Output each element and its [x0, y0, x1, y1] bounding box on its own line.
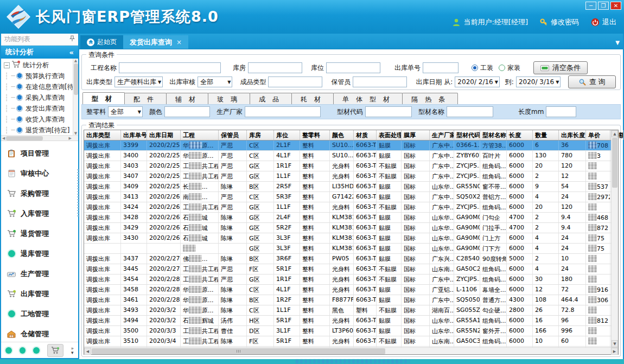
- column-header-型材名称[interactable]: 型材名称: [480, 130, 507, 140]
- keeper-input[interactable]: [353, 76, 407, 87]
- column-header-材质[interactable]: 材质: [354, 130, 377, 140]
- table-row[interactable]: 调拨出库34132020/2/26南...严思C区5R3F整料G71422606…: [84, 192, 611, 202]
- table-row[interactable]: 调拨出库34282020/2/26石城陈琳G区2L4F整料KLM38176063…: [84, 213, 611, 223]
- column-header-工程[interactable]: 工程: [181, 130, 219, 140]
- column-header-数量[interactable]: 数量: [533, 130, 559, 140]
- length-input[interactable]: [546, 106, 576, 117]
- material-tab-配件[interactable]: 配件: [124, 93, 167, 104]
- table-row[interactable]: 调拨出库35002020/3/3工共工程曹佳D区3L1F整料LT3P606063…: [84, 326, 611, 336]
- dock-cart-button[interactable]: [47, 344, 63, 357]
- column-header-表面处理[interactable]: 表面处理: [377, 130, 402, 140]
- project-name-input[interactable]: [119, 62, 221, 73]
- table-row[interactable]: 调拨出库34242020/2/26工共工程严思G区1L1F整料光身料6063-T…: [84, 202, 611, 213]
- table-row[interactable]: 调拨出库34542020/2/28工共工程严思G区1R1F整料光身料6063-T…: [84, 274, 611, 285]
- material-tab-隔热条[interactable]: 隔热条: [402, 93, 458, 104]
- sidebar-item-入库管理[interactable]: 入库管理: [1, 203, 78, 223]
- table-row[interactable]: 调拨出库34452020/2/27工共工程严思F区5R1F整料光身料6063-T…: [84, 264, 611, 274]
- table-row[interactable]: 调拨出库35102020/3/4工共工程陈琳F区5R1F整料光身料6063-T5…: [84, 336, 611, 347]
- minimize-button[interactable]: ─: [585, 2, 596, 10]
- whole-select[interactable]: 全部▼: [108, 106, 143, 117]
- column-header-库位[interactable]: 库位: [274, 130, 300, 140]
- table-row[interactable]: 调拨出库34302020/2/26石城陈琳G区3L3F整料KLM38176063…: [84, 233, 611, 244]
- table-row[interactable]: 调拨出库34292020/2/26石城陈琳G区5R2F整料KLM38176063…: [84, 223, 611, 233]
- change-password-button[interactable]: 修改密码: [540, 17, 579, 27]
- table-row[interactable]: 调拨出库34072020/2/25工共工程严思G区1L1F整料光身料6063-T…: [84, 171, 611, 182]
- profile-name-input[interactable]: [447, 106, 493, 117]
- column-header-保管员[interactable]: 保管员: [219, 130, 247, 140]
- table-row[interactable]: 调拨出库33992020/2/25华原...严思C区2L1F整料SU10...6…: [84, 141, 611, 151]
- sidebar-item-审核中心[interactable]: 审核中心: [1, 163, 78, 183]
- column-header-出库长度[interactable]: 出库长度: [559, 130, 586, 140]
- location-input[interactable]: [326, 62, 380, 73]
- table-row[interactable]: 调拨出库34092020/2/25长...陈琳B区2R5F整料LI35HD606…: [84, 182, 611, 192]
- tree-item[interactable]: ┆─ 采购入库查询: [3, 92, 78, 103]
- dock-overflow-button[interactable]: »▾: [71, 346, 74, 355]
- maximize-button[interactable]: ❐: [598, 2, 609, 10]
- table-row[interactable]: 调拨出库34002020/2/25华原...严思C区4L1F整料SU10...6…: [84, 151, 611, 161]
- column-header-整零料[interactable]: 整零料: [300, 130, 330, 140]
- material-tab-型材[interactable]: 型材: [82, 92, 125, 104]
- dock-dot-icon[interactable]: [33, 347, 40, 354]
- sidebar-splitter[interactable]: [77, 169, 79, 218]
- dock-dot-icon[interactable]: [20, 347, 26, 354]
- tab-shipping-out-query[interactable]: 发货出库查询 ×: [123, 35, 188, 49]
- radio-home[interactable]: 家装: [499, 63, 520, 73]
- collapse-icon[interactable]: «: [69, 48, 74, 56]
- sidebar-item-工地管理[interactable]: 工地管理: [1, 304, 78, 324]
- date-from-select[interactable]: 2020/ 2/16▼: [455, 76, 500, 87]
- clear-conditions-button[interactable]: 清空条件: [533, 61, 588, 74]
- expander-icon[interactable]: −: [4, 62, 10, 68]
- table-row[interactable]: 调拨出库34942020/3/2石辉城汤伟H区5R1F整料光身料6063-T5贴…: [84, 316, 611, 326]
- sidebar-section-header[interactable]: 统计分析 «: [1, 46, 78, 59]
- column-header-出库类型[interactable]: 出库类型: [84, 130, 121, 140]
- search-button[interactable]: 查 询: [568, 75, 616, 88]
- sidebar-item-采购管理[interactable]: 采购管理: [1, 183, 78, 203]
- tree-item[interactable]: ┆─ 发货出库查询: [3, 103, 78, 114]
- table-row[interactable]: 调拨出库34032020/2/25工共工程严思G区1R1F整料光身料6063-T…: [84, 161, 611, 171]
- sidebar-item-仓储管理[interactable]: 仓储管理: [1, 324, 78, 342]
- tree-item[interactable]: ┆─ 在途信息查询[待: [3, 81, 78, 92]
- tree-item[interactable]: ┆─ 预算执行查询: [3, 71, 78, 81]
- tab-home[interactable]: 起始页: [80, 35, 123, 49]
- out-type-select[interactable]: 生产领料出库▼: [114, 76, 163, 87]
- sidebar-item-出库管理[interactable]: 出库管理: [1, 284, 78, 304]
- column-header-生产厂家[interactable]: 生产厂家: [430, 130, 454, 140]
- tree-vertical-scrollbar[interactable]: ▲▼: [73, 59, 78, 136]
- column-header-颜色[interactable]: 颜色: [330, 130, 354, 140]
- column-header-出库日期[interactable]: 出库日期: [147, 130, 181, 140]
- column-header-出库单号[interactable]: 出库单号: [121, 130, 147, 140]
- grid-vertical-scrollbar[interactable]: ▲▼: [611, 130, 618, 347]
- tab-overflow-icon[interactable]: ▼: [615, 40, 620, 46]
- table-row[interactable]: 调拨出库34612020/2/28华原...陈琳B区1R2F整料F8877FT6…: [84, 295, 611, 305]
- sidebar-item-退库管理[interactable]: 退库管理: [1, 244, 78, 264]
- table-row[interactable]: 调拨出库34932020/3/2华原...陈琳C区1L1F整料黑色塑料不贴膜国标…: [84, 305, 611, 316]
- dock-dot-icon[interactable]: [5, 347, 12, 354]
- material-tab-单体型材[interactable]: 单体型材: [333, 93, 403, 104]
- date-to-select[interactable]: 2020/ 3/16▼: [516, 76, 561, 87]
- sidebar-item-生产管理[interactable]: 生产管理: [1, 264, 78, 284]
- column-header-单价[interactable]: 单价: [586, 130, 610, 140]
- audit-select[interactable]: 全部▼: [198, 76, 232, 87]
- tree-horizontal-scrollbar[interactable]: ◀▶: [1, 135, 78, 141]
- column-header-库房[interactable]: 库房: [247, 130, 274, 140]
- material-tab-耗材[interactable]: 耗材: [291, 93, 334, 104]
- tree-root[interactable]: − 统计分析: [3, 60, 78, 71]
- material-tab-成品[interactable]: 成品: [250, 93, 292, 104]
- sidebar-item-退货管理[interactable]: 退货管理: [1, 223, 78, 244]
- radio-industrial[interactable]: 工装: [472, 63, 493, 73]
- sidebar-item-项目管理[interactable]: 项目管理: [1, 143, 78, 163]
- table-row[interactable]: G区3L3F整料KLM38176063-T5贴膜国标山东华...GA90M09.…: [84, 244, 611, 254]
- color-input[interactable]: [164, 106, 210, 117]
- column-header-型材代码[interactable]: 型材代码: [454, 130, 480, 140]
- order-no-input[interactable]: [423, 62, 459, 73]
- close-button[interactable]: ✕: [610, 2, 621, 10]
- material-tab-辅材[interactable]: 辅材: [166, 93, 208, 104]
- tab-close-icon[interactable]: ×: [176, 39, 182, 46]
- column-header-长度[interactable]: 长度: [507, 130, 533, 140]
- maker-input[interactable]: [245, 106, 321, 117]
- tree-item[interactable]: ┆─ 收货入库查询: [3, 114, 78, 125]
- warehouse-input[interactable]: [248, 62, 302, 73]
- profile-code-input[interactable]: [365, 106, 412, 117]
- column-header-膜厚[interactable]: 膜厚: [402, 130, 430, 140]
- pin-icon[interactable]: [69, 35, 75, 43]
